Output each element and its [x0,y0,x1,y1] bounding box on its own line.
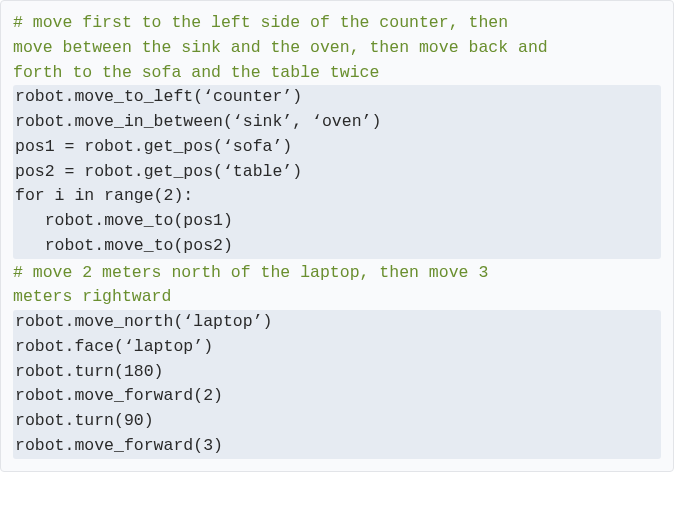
code-line: for i in range(2): [13,184,661,209]
code-line: robot.move_forward(2) [13,384,661,409]
code-line: robot.turn(90) [13,409,661,434]
code-line: robot.move_forward(3) [13,434,661,459]
comment-line: # move 2 meters north of the laptop, the… [13,261,661,286]
comment-line: forth to the sofa and the table twice [13,61,661,86]
code-line: pos1 = robot.get_pos(‘sofa’) [13,135,661,160]
code-line: robot.face(‘laptop’) [13,335,661,360]
code-snippet: # move first to the left side of the cou… [0,0,674,472]
code-line: robot.turn(180) [13,360,661,385]
code-line: robot.move_to(pos1) [13,209,661,234]
comment-line: meters rightward [13,285,661,310]
code-line: robot.move_to(pos2) [13,234,661,259]
code-line: pos2 = robot.get_pos(‘table’) [13,160,661,185]
code-line: robot.move_to_left(‘counter’) [13,85,661,110]
comment-line: # move first to the left side of the cou… [13,11,661,36]
comment-line: move between the sink and the oven, then… [13,36,661,61]
code-line: robot.move_in_between(‘sink’, ‘oven’) [13,110,661,135]
code-line: robot.move_north(‘laptop’) [13,310,661,335]
